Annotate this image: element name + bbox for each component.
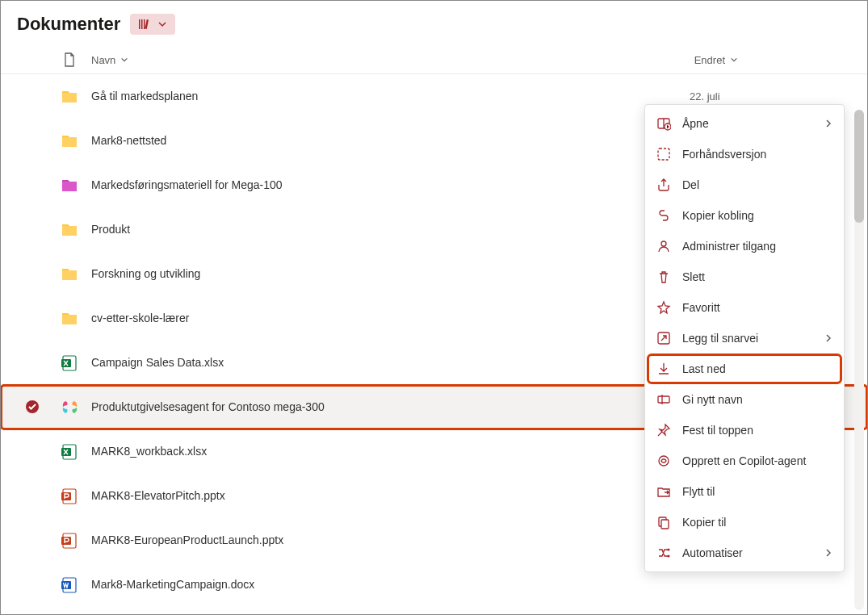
file-type-icon	[57, 354, 82, 371]
column-header-row: Navn Endret	[1, 44, 867, 73]
name-column-label: Navn	[91, 54, 115, 66]
shortcut-icon	[656, 331, 671, 345]
context-menu-label: Favoritt	[682, 301, 720, 314]
select-cell[interactable]	[17, 400, 48, 414]
file-type-icon	[57, 132, 82, 149]
preview-icon	[656, 147, 671, 161]
context-menu-item-preview[interactable]: Forhåndsversjon	[645, 139, 844, 169]
file-name[interactable]: Forskning og utvikling	[91, 267, 680, 280]
context-menu-label: Automatiser	[682, 546, 743, 559]
context-menu-item-pin[interactable]: Fest til toppen	[645, 415, 844, 446]
chevron-right-icon	[824, 549, 832, 557]
context-menu-item-star[interactable]: Favoritt	[645, 292, 844, 323]
file-name[interactable]: Markedsføringsmateriell for Mega-100	[91, 178, 680, 191]
copilot-icon	[61, 398, 78, 416]
file-name[interactable]: Gå til markedsplanen	[91, 90, 680, 102]
file-name[interactable]: Produktutgivelsesagent for Contoso mega-…	[91, 400, 649, 413]
file-type-column[interactable]	[57, 52, 82, 67]
modified-column-label: Endret	[694, 54, 725, 66]
ppt-icon	[61, 487, 78, 504]
context-menu-label: Kopier til	[682, 516, 726, 529]
file-icon	[63, 52, 76, 67]
file-type-icon	[57, 176, 82, 194]
checkmark-icon	[25, 400, 40, 414]
context-menu-item-access[interactable]: Administrer tilgang	[645, 231, 844, 261]
file-type-icon	[57, 220, 82, 238]
excel-icon	[61, 354, 78, 371]
context-menu-item-download[interactable]: Last ned	[648, 355, 841, 383]
context-menu-item-flow[interactable]: Automatiser	[645, 538, 844, 568]
context-menu-item-rename[interactable]: Gi nytt navn	[645, 384, 844, 415]
move-icon	[656, 484, 671, 499]
modified-column[interactable]: Endret	[694, 54, 738, 66]
folder-icon	[61, 220, 78, 238]
context-menu-label: Administrer tilgang	[682, 240, 776, 253]
word-icon	[61, 575, 78, 593]
star-icon	[656, 300, 671, 315]
file-type-icon	[57, 398, 82, 416]
folder-icon	[61, 87, 78, 105]
context-menu-label: Fest til toppen	[682, 424, 753, 437]
rename-icon	[656, 392, 671, 407]
library-dropdown[interactable]	[130, 14, 175, 35]
context-menu-label: Opprett en Copilot-agent	[682, 454, 806, 467]
file-type-icon	[57, 265, 82, 282]
context-menu-label: Forhåndsversjon	[682, 148, 766, 161]
pin-icon	[656, 423, 671, 437]
file-name[interactable]: Mark8-MarketingCampaign.docx	[91, 578, 680, 591]
page-header: Dokumenter	[1, 1, 867, 44]
file-name[interactable]: MARK8_workback.xlsx	[91, 445, 680, 458]
file-type-icon	[57, 309, 82, 327]
library-icon	[136, 17, 151, 31]
chevron-down-icon	[730, 56, 738, 64]
file-modified: 22. juli	[690, 90, 851, 102]
file-type-icon	[57, 575, 82, 593]
context-menu-item-open[interactable]: Åpne	[645, 108, 844, 139]
context-menu-item-trash[interactable]: Slett	[645, 261, 844, 292]
copilot-new-icon	[656, 454, 671, 468]
folder-icon	[61, 265, 78, 282]
file-type-icon	[57, 87, 82, 105]
context-menu-label: Del	[682, 178, 699, 191]
context-menu-item-copy[interactable]: Kopier til	[645, 507, 844, 538]
context-menu-item-shortcut[interactable]: Legg til snarvei	[645, 323, 844, 354]
chevron-down-icon	[157, 19, 167, 29]
file-name[interactable]: Mark8-nettsted	[91, 134, 680, 147]
ppt-icon	[61, 531, 78, 549]
chevron-right-icon	[824, 334, 832, 342]
context-menu-label: Flytt til	[682, 485, 715, 498]
file-name[interactable]: MARK8-ElevatorPitch.pptx	[91, 489, 680, 502]
file-name[interactable]: MARK8-EuropeanProductLaunch.pptx	[91, 533, 680, 546]
folder-icon	[61, 309, 78, 327]
share-icon	[656, 178, 671, 192]
flow-icon	[656, 546, 671, 560]
context-menu-item-move[interactable]: Flytt til	[645, 476, 844, 507]
context-menu-item-link[interactable]: Kopier kobling	[645, 200, 844, 231]
context-menu-item-copilot-new[interactable]: Opprett en Copilot-agent	[645, 446, 844, 476]
scrollbar-thumb[interactable]	[854, 110, 864, 223]
copy-icon	[656, 515, 671, 529]
context-menu-label: Gi nytt navn	[682, 393, 743, 406]
folder-pink-icon	[61, 176, 78, 194]
open-icon	[656, 116, 671, 131]
file-name[interactable]: Campaign Sales Data.xlsx	[91, 356, 680, 369]
folder-icon	[61, 132, 78, 149]
chevron-down-icon	[120, 56, 128, 64]
page-title: Dokumenter	[17, 14, 120, 35]
excel-icon	[61, 442, 78, 460]
file-name[interactable]: Produkt	[91, 223, 680, 236]
file-type-icon	[57, 531, 82, 549]
name-column[interactable]: Navn	[91, 54, 685, 66]
download-icon	[656, 362, 671, 376]
context-menu: ÅpneForhåndsversjonDelKopier koblingAdmi…	[644, 104, 845, 572]
context-menu-item-share[interactable]: Del	[645, 169, 844, 200]
access-icon	[656, 239, 671, 253]
file-type-icon	[57, 442, 82, 460]
context-menu-label: Last ned	[682, 362, 726, 375]
file-name[interactable]: cv-etter-skole-lærer	[91, 312, 680, 324]
context-menu-label: Legg til snarvei	[682, 332, 758, 345]
link-icon	[656, 208, 671, 223]
scrollbar[interactable]	[854, 110, 864, 610]
trash-icon	[656, 270, 671, 284]
context-menu-label: Kopier kobling	[682, 209, 754, 222]
